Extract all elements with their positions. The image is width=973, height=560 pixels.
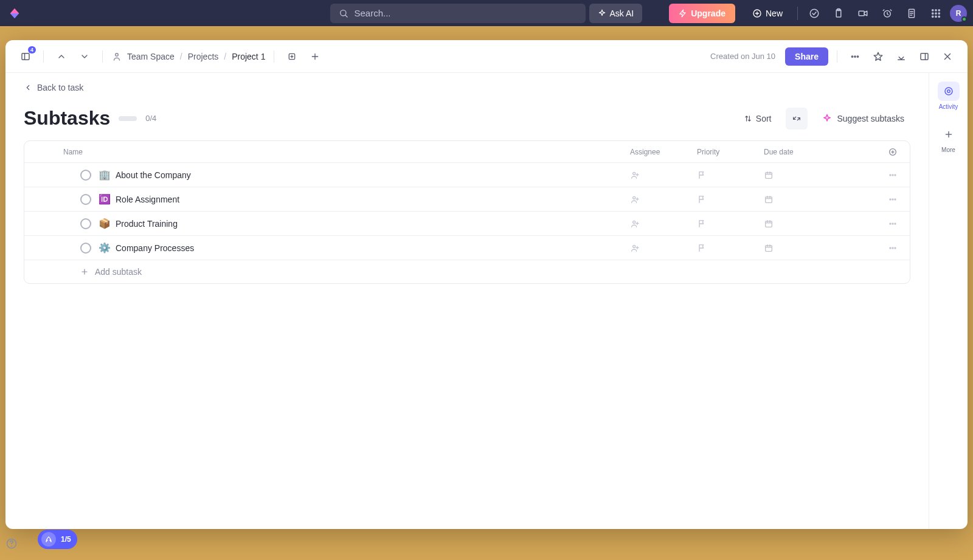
due-date-cell[interactable] <box>764 243 873 253</box>
new-button[interactable]: New <box>746 4 789 23</box>
svg-point-20 <box>851 55 853 57</box>
star-icon[interactable] <box>869 47 887 66</box>
col-name: Name <box>63 148 630 156</box>
due-date-cell[interactable] <box>764 195 873 204</box>
status-circle[interactable] <box>80 194 91 205</box>
priority-cell[interactable] <box>697 243 764 253</box>
top-right-icons <box>809 8 941 19</box>
add-subtask-button[interactable]: Add subtask <box>24 260 910 283</box>
upgrade-button[interactable]: Upgrade <box>669 4 735 23</box>
search-placeholder: Search... <box>355 8 391 18</box>
check-circle-icon[interactable] <box>809 8 820 19</box>
priority-cell[interactable] <box>697 195 764 204</box>
plus-icon <box>80 268 89 276</box>
row-more-icon[interactable] <box>873 170 898 180</box>
svg-point-42 <box>890 247 891 249</box>
crumb-project[interactable]: Project 1 <box>232 52 265 61</box>
status-circle[interactable] <box>80 218 91 229</box>
breadcrumb: Team Space / Projects / Project 1 <box>127 52 265 61</box>
svg-rect-31 <box>766 197 772 202</box>
plus-circle-icon <box>888 147 898 157</box>
svg-point-30 <box>633 196 635 199</box>
prev-task-button[interactable] <box>52 47 71 66</box>
svg-point-45 <box>945 88 952 95</box>
table-row[interactable]: ⚙️Company Processes <box>24 236 910 260</box>
due-date-cell[interactable] <box>764 219 873 229</box>
table-row[interactable]: 📦Product Training <box>24 212 910 236</box>
more-menu-icon[interactable] <box>846 47 864 66</box>
close-icon[interactable] <box>938 47 957 66</box>
row-name: Product Training <box>116 219 630 229</box>
svg-rect-36 <box>766 221 772 227</box>
notepad-icon[interactable] <box>906 8 917 19</box>
status-circle[interactable] <box>80 243 91 254</box>
page-title: Subtasks <box>24 107 110 130</box>
progress-bar <box>119 116 137 121</box>
crumb-space[interactable]: Team Space <box>127 52 175 61</box>
svg-point-34 <box>895 199 896 200</box>
sidebar-toggle-icon[interactable]: 4 <box>16 47 35 66</box>
svg-rect-26 <box>766 173 772 178</box>
svg-point-29 <box>895 175 896 176</box>
suggest-subtasks-button[interactable]: Suggest subtasks <box>816 110 910 127</box>
modal-body: Back to task Subtasks 0/4 Sort Suggest s… <box>5 73 968 529</box>
row-more-icon[interactable] <box>873 195 898 204</box>
alarm-icon[interactable] <box>882 8 893 19</box>
svg-point-39 <box>895 223 896 224</box>
app-logo[interactable] <box>6 5 23 22</box>
svg-point-40 <box>633 245 635 247</box>
assignee-cell[interactable] <box>630 219 697 229</box>
video-icon[interactable] <box>857 8 868 19</box>
more-tab[interactable]: More <box>938 125 960 153</box>
people-icon <box>111 51 122 62</box>
lightning-icon <box>679 9 687 18</box>
priority-cell[interactable] <box>697 170 764 180</box>
priority-cell[interactable] <box>697 219 764 229</box>
activity-icon <box>943 86 954 97</box>
assignee-cell[interactable] <box>630 243 697 253</box>
plus-circle-icon <box>752 9 762 18</box>
row-more-icon[interactable] <box>873 219 898 229</box>
status-circle[interactable] <box>80 170 91 181</box>
row-emoji: 🆔 <box>99 193 111 205</box>
new-tab-icon[interactable] <box>283 47 301 66</box>
svg-rect-23 <box>921 53 928 60</box>
expand-icon[interactable] <box>915 47 933 66</box>
svg-point-11 <box>932 12 933 13</box>
apps-grid-icon[interactable] <box>930 8 941 19</box>
svg-point-16 <box>938 16 940 17</box>
collapse-button[interactable] <box>786 108 808 130</box>
assignee-cell[interactable] <box>630 170 697 180</box>
clipboard-icon[interactable] <box>833 8 844 19</box>
task-modal: 4 Team Space / Projects / Project 1 Crea… <box>5 40 968 529</box>
assignee-cell[interactable] <box>630 195 697 204</box>
add-column-button[interactable] <box>873 147 898 157</box>
svg-point-32 <box>890 199 891 200</box>
dock-count-badge: 4 <box>28 46 36 54</box>
search-input[interactable]: Search... <box>330 4 586 23</box>
table-row[interactable]: 🏢About the Company <box>24 163 910 187</box>
user-avatar[interactable]: R <box>950 5 967 22</box>
help-icon[interactable] <box>5 537 18 550</box>
share-button[interactable]: Share <box>785 47 828 66</box>
activity-tab[interactable]: Activity <box>938 81 960 110</box>
due-date-cell[interactable] <box>764 170 873 180</box>
svg-point-14 <box>932 16 933 17</box>
row-name: Company Processes <box>116 243 630 253</box>
sort-button[interactable]: Sort <box>738 110 778 127</box>
row-name: About the Company <box>116 170 630 180</box>
row-more-icon[interactable] <box>873 243 898 253</box>
next-task-button[interactable] <box>75 47 94 66</box>
crumb-folder[interactable]: Projects <box>188 52 219 61</box>
minimize-icon[interactable] <box>892 47 910 66</box>
svg-point-43 <box>892 247 893 249</box>
sparkle-icon <box>598 9 606 18</box>
progress-count: 0/4 <box>145 114 156 123</box>
ask-ai-button[interactable]: Ask AI <box>589 4 643 23</box>
onboarding-badge[interactable]: 1/5 <box>38 530 77 549</box>
table-header: Name Assignee Priority Due date <box>24 141 910 163</box>
back-to-task-link[interactable]: Back to task <box>24 83 910 92</box>
table-row[interactable]: 🆔Role Assignment <box>24 187 910 212</box>
logo-icon <box>8 7 21 20</box>
add-button[interactable] <box>306 47 324 66</box>
